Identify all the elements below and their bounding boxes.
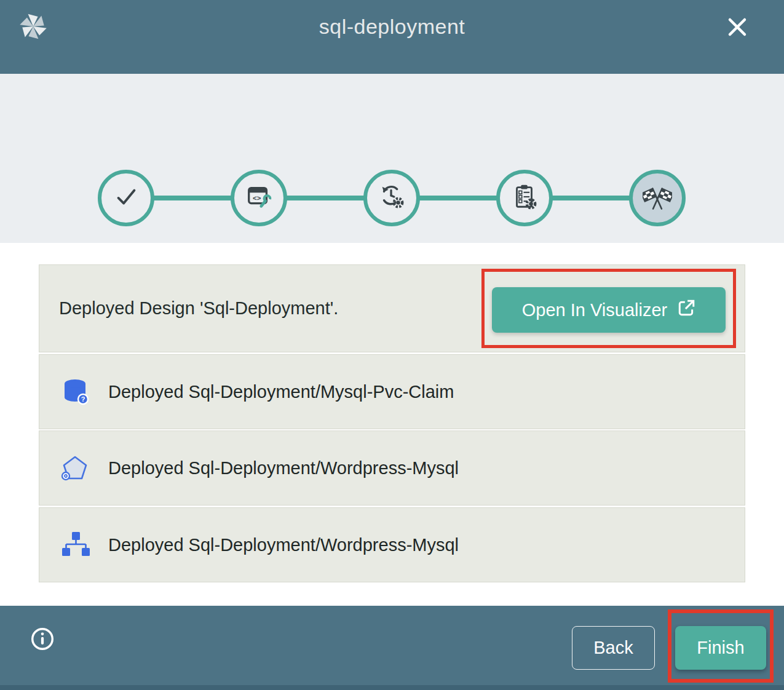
info-icon bbox=[28, 646, 57, 655]
result-row-mysql-pvc-claim: ? Deployed Sql-Deployment/Mysql-Pvc-Clai… bbox=[39, 354, 745, 429]
modal-footer: Back Finish bbox=[0, 606, 784, 690]
modal-bottom-edge bbox=[0, 685, 784, 690]
open-in-visualizer-label: Open In Visualizer bbox=[522, 300, 667, 320]
back-button[interactable]: Back bbox=[572, 626, 655, 670]
check-icon bbox=[112, 183, 140, 213]
modal-header: sql-deployment bbox=[0, 0, 784, 74]
external-link-icon bbox=[677, 299, 695, 322]
finish-button[interactable]: Finish bbox=[675, 626, 766, 670]
result-row-wordpress-mysql-2: Deployed Sql-Deployment/Wordpress-Mysql bbox=[39, 507, 745, 582]
checkered-flags-icon bbox=[643, 182, 672, 214]
result-row-text: Deployed Sql-Deployment/Mysql-Pvc-Claim bbox=[108, 382, 454, 402]
database-icon: ? bbox=[60, 377, 90, 406]
pentagon-icon bbox=[60, 453, 90, 483]
result-row-wordpress-mysql-1: Deployed Sql-Deployment/Wordpress-Mysql bbox=[39, 430, 745, 506]
step-circle-identify-environments: <> bbox=[231, 170, 287, 226]
info-button[interactable] bbox=[28, 625, 57, 653]
hierarchy-icon bbox=[60, 530, 90, 560]
deployment-wizard-modal: sql-deployment Validate Design bbox=[0, 0, 784, 690]
svg-text:<>: <> bbox=[253, 194, 261, 202]
open-in-visualizer-button[interactable]: Open In Visualizer bbox=[492, 287, 726, 333]
close-icon bbox=[723, 34, 752, 44]
wizard-stepper: Validate Design <> Identify Environments bbox=[0, 74, 784, 243]
step-circle-finish bbox=[629, 170, 686, 226]
close-button[interactable] bbox=[720, 10, 754, 44]
results-panel: Deployed Design 'Sql-Deployment'. Open I… bbox=[0, 243, 784, 606]
result-row-text: Deployed Sql-Deployment/Wordpress-Mysql bbox=[108, 458, 459, 478]
clipboard-gear-icon bbox=[510, 183, 539, 213]
step-circle-finalize-deployment bbox=[496, 170, 553, 226]
result-row-text: Deployed Sql-Deployment/Wordpress-Mysql bbox=[108, 535, 459, 555]
history-gear-icon bbox=[378, 183, 406, 213]
code-wrench-icon: <> bbox=[245, 183, 273, 213]
step-circle-validate-design bbox=[98, 170, 154, 226]
step-circle-dry-run bbox=[363, 170, 420, 226]
svg-text:?: ? bbox=[81, 395, 85, 403]
deployment-summary-text: Deployed Design 'Sql-Deployment'. bbox=[59, 298, 338, 319]
modal-title: sql-deployment bbox=[0, 0, 784, 53]
